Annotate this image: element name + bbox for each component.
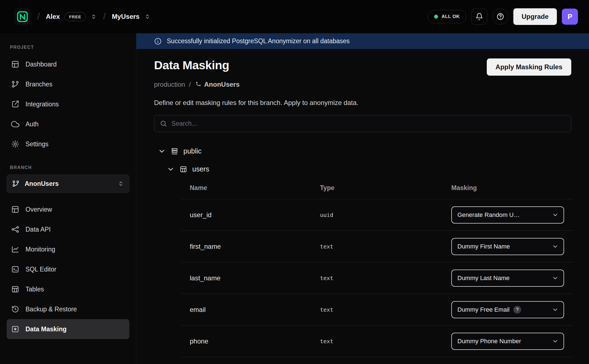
column-name: first_name [190,243,320,250]
success-banner: Successfully initialized PostgreSQL Anon… [136,33,589,49]
chevron-down-icon [552,243,559,250]
breadcrumb: production / AnonUsers [154,81,571,88]
page-title: Data Masking [154,58,229,72]
rule-help-icon[interactable]: ? [513,306,521,314]
column-type: uuid [320,212,451,218]
chevron-down-icon[interactable] [167,165,175,173]
neon-logo-icon [16,11,29,23]
masking-rule-select[interactable]: Dummy Free Email ? [451,301,564,318]
table-header-row: Name Type Masking [181,181,573,199]
status-label: ALL OK [442,14,460,19]
sidebar-item-label: SQL Editor [25,266,57,273]
apply-masking-rules-button[interactable]: Apply Masking Rules [487,58,571,76]
table-node-users[interactable]: users [154,165,571,173]
org-switcher[interactable]: Alex FREE [46,12,97,21]
status-dot-icon [434,15,438,19]
sidebar-item-sql-editor[interactable]: SQL Editor [7,259,129,279]
column-type: text [320,243,451,250]
sidebar-item-label: Integrations [25,101,59,108]
page-description: Define or edit masking rules for this br… [154,99,571,107]
branch-selector-value: AnonUsers [25,180,59,188]
sidebar-item-label: Monitoring [25,246,55,253]
plan-badge: FREE [64,12,86,21]
table-row: user_id uuid Generate Random U… [181,199,573,231]
status-pill[interactable]: ALL OK [428,10,466,23]
column-name: user_id [190,211,320,219]
masking-rule-select[interactable]: Dummy Last Name [451,270,564,287]
masking-rule-select[interactable]: Dummy First Name [451,238,564,255]
masking-rule-select[interactable]: Generate Random U… [451,206,564,224]
breadcrumb-branch-label: AnonUsers [204,81,240,88]
table-row: last_name text Dummy Last Name [181,262,573,294]
banner-text: Successfully initialized PostgreSQL Anon… [167,37,350,45]
chevron-up-down-icon [117,180,124,187]
table-row: email text Dummy Free Email ? [181,294,573,325]
project-switcher[interactable]: MyUsers [112,13,151,20]
sql-editor-icon [11,265,19,273]
notifications-button[interactable] [471,9,487,25]
table-name: users [192,165,209,173]
chevron-down-icon[interactable] [158,147,166,155]
chevron-down-icon [552,212,559,218]
masking-rule-select[interactable]: Dummy Phone Number [451,333,564,350]
column-name: last_name [190,274,320,282]
sidebar-item-data-masking[interactable]: Data Masking [7,319,129,339]
sidebar-item-settings[interactable]: Settings [7,134,129,154]
column-header-type: Type [320,184,451,192]
integrations-icon [11,100,19,108]
column-header-masking: Masking [451,184,573,192]
schema-tree: public users Name Type Masking [154,147,571,357]
tables-icon [11,285,19,293]
chevron-up-down-icon [144,13,151,20]
main-content: Successfully initialized PostgreSQL Anon… [136,33,589,364]
sidebar-item-backup-restore[interactable]: Backup & Restore [7,299,129,319]
breadcrumb-branch[interactable]: AnonUsers [195,81,240,88]
branches-icon [11,80,19,88]
sidebar-item-label: Dashboard [25,61,57,68]
chevron-down-icon [552,275,559,281]
divider: / [103,11,106,22]
avatar[interactable]: P [562,9,578,25]
sidebar-item-overview[interactable]: Overview [7,199,129,219]
question-mark-icon [496,13,504,20]
bell-icon [475,13,483,20]
sidebar-item-label: Data Masking [25,325,66,333]
schema-node-public[interactable]: public [154,147,571,155]
overview-icon [11,205,19,214]
neon-logo[interactable] [14,8,31,25]
table-row: phone text Dummy Phone Number [181,325,573,357]
search-input[interactable] [171,120,565,127]
child-branch-icon [195,81,201,88]
sidebar-item-auth[interactable]: Auth [7,114,129,134]
divider: / [37,11,40,22]
sidebar-item-integrations[interactable]: Integrations [7,94,129,114]
branch-section-label: BRANCH [10,165,126,170]
sidebar-item-label: Tables [25,286,44,293]
sidebar-item-data-api[interactable]: Data API [7,219,129,239]
help-button[interactable] [492,9,508,25]
chevron-down-icon [552,306,559,313]
auth-icon [11,120,19,128]
dashboard-icon [11,60,19,68]
breadcrumb-parent[interactable]: production [154,81,185,88]
column-name: phone [190,337,320,345]
branch-selector[interactable]: AnonUsers [7,175,129,193]
monitoring-icon [11,245,19,253]
settings-icon [11,140,19,148]
app-body: PROJECT Dashboard Branches Integrations … [0,33,589,364]
column-name: email [190,306,320,314]
sidebar-item-label: Branches [25,81,52,88]
branch-icon [12,180,20,188]
column-type: text [320,306,451,313]
org-name: Alex [46,13,60,20]
sidebar-item-label: Backup & Restore [25,306,77,313]
sidebar: PROJECT Dashboard Branches Integrations … [0,33,136,364]
masking-rule-value: Dummy Last Name [457,275,509,282]
sidebar-item-branches[interactable]: Branches [7,74,129,94]
upgrade-button[interactable]: Upgrade [513,8,557,25]
schema-icon [171,147,178,155]
sidebar-item-dashboard[interactable]: Dashboard [7,54,129,74]
sidebar-item-tables[interactable]: Tables [7,279,129,299]
schema-name: public [183,147,201,155]
sidebar-item-monitoring[interactable]: Monitoring [7,239,129,259]
